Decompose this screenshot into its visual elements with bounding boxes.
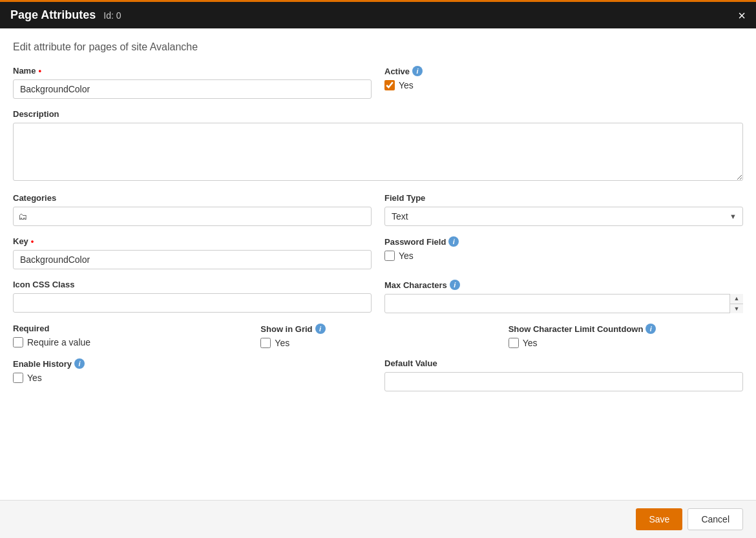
row-categories-fieldtype: Categories 🗂 Field Type Text HTML Image …: [13, 193, 743, 226]
col-description: Description: [13, 109, 743, 183]
col-name: Name •: [13, 66, 372, 99]
history-yes-label: Yes: [27, 373, 42, 383]
password-checkbox-row: Yes: [384, 251, 743, 261]
active-checkbox-row: Yes: [384, 80, 743, 90]
spinner-up-button[interactable]: ▲: [730, 294, 743, 304]
field-type-label: Field Type: [384, 193, 743, 203]
key-input[interactable]: [13, 250, 372, 269]
modal-header-title-area: Page Attributes Id: 0: [10, 8, 121, 22]
countdown-yes-label: Yes: [523, 338, 538, 348]
show-countdown-label: Show Character Limit Countdown i: [509, 324, 743, 334]
field-type-wrapper: Text HTML Image File Boolean: [384, 207, 743, 226]
row-icon-maxchars: Icon CSS Class Max Characters i ▲ ▼: [13, 280, 743, 313]
name-input[interactable]: [13, 79, 372, 99]
col-key: Key •: [13, 236, 372, 269]
default-value-label: Default Value: [384, 358, 743, 368]
key-required-star: •: [31, 236, 34, 246]
password-yes-label: Yes: [399, 251, 414, 261]
password-checkbox[interactable]: [384, 251, 395, 261]
max-chars-wrapper: ▲ ▼: [384, 294, 743, 313]
col-required: Required Require a value: [13, 324, 260, 348]
password-field-label: Password Field i: [384, 236, 743, 247]
history-info-icon: i: [74, 358, 85, 369]
col-field-type: Field Type Text HTML Image File Boolean: [384, 193, 743, 226]
require-value-label: Require a value: [27, 337, 90, 347]
row-key-password: Key • Password Field i Yes: [13, 236, 743, 269]
modal-footer: Save Cancel: [0, 500, 756, 538]
modal-close-button[interactable]: ×: [738, 9, 746, 22]
cancel-button[interactable]: Cancel: [688, 508, 743, 530]
col-enable-history: Enable History i Yes: [13, 358, 372, 391]
enable-history-label: Enable History i: [13, 358, 372, 369]
field-type-select[interactable]: Text HTML Image File Boolean: [384, 207, 743, 226]
grid-info-icon: i: [315, 324, 326, 334]
spinner-down-button[interactable]: ▼: [730, 304, 743, 314]
col-show-in-grid: Show in Grid i Yes: [260, 324, 508, 348]
col-default-value: Default Value: [384, 358, 743, 391]
modal-title: Page Attributes: [10, 8, 96, 21]
icon-css-label: Icon CSS Class: [13, 280, 372, 289]
max-chars-input[interactable]: [384, 294, 743, 313]
categories-select[interactable]: [13, 207, 372, 226]
history-checkbox[interactable]: [13, 373, 23, 383]
page-subtitle: Edit attribute for pages of site Avalanc…: [13, 41, 743, 53]
max-characters-label: Max Characters i: [384, 280, 743, 290]
active-yes-label: Yes: [399, 80, 414, 90]
modal-container: Page Attributes Id: 0 × Edit attribute f…: [0, 0, 756, 538]
name-required-star: •: [38, 66, 41, 76]
row-description: Description: [13, 109, 743, 183]
row-name-active: Name • Active i Yes: [13, 66, 743, 99]
countdown-info-icon: i: [646, 324, 656, 334]
col-active: Active i Yes: [384, 66, 743, 99]
required-label: Required: [13, 324, 247, 333]
folder-icon: 🗂: [18, 211, 27, 222]
default-value-input[interactable]: [384, 372, 743, 391]
icon-css-input[interactable]: [13, 293, 372, 313]
description-label: Description: [13, 109, 743, 119]
show-grid-yes-label: Yes: [275, 338, 289, 348]
countdown-checkbox[interactable]: [509, 338, 519, 348]
required-checkbox[interactable]: [13, 337, 23, 347]
col-show-countdown: Show Character Limit Countdown i Yes: [509, 324, 743, 348]
countdown-checkbox-row: Yes: [509, 338, 743, 348]
categories-wrapper: 🗂: [13, 207, 372, 226]
active-label: Active i: [384, 66, 743, 76]
save-button[interactable]: Save: [636, 508, 682, 530]
active-info-icon: i: [412, 66, 423, 76]
description-textarea[interactable]: [13, 123, 743, 181]
required-checkbox-row: Require a value: [13, 337, 247, 347]
show-grid-checkbox[interactable]: [260, 338, 271, 348]
show-grid-checkbox-row: Yes: [260, 338, 495, 348]
name-label: Name •: [13, 66, 372, 76]
row-required-grid-countdown: Required Require a value Show in Grid i …: [13, 324, 743, 348]
modal-header: Page Attributes Id: 0 ×: [0, 0, 756, 28]
col-icon-css: Icon CSS Class: [13, 280, 372, 313]
number-spinners: ▲ ▼: [730, 294, 743, 313]
max-chars-info-icon: i: [450, 280, 460, 290]
row-history-default: Enable History i Yes Default Value: [13, 358, 743, 391]
modal-body: Edit attribute for pages of site Avalanc…: [0, 28, 756, 500]
history-checkbox-row: Yes: [13, 373, 372, 383]
key-label: Key •: [13, 236, 372, 246]
password-info-icon: i: [448, 236, 459, 247]
modal-id: Id: 0: [103, 10, 121, 21]
show-in-grid-label: Show in Grid i: [260, 324, 495, 334]
col-password: Password Field i Yes: [384, 236, 743, 269]
col-categories: Categories 🗂: [13, 193, 372, 226]
col-max-chars: Max Characters i ▲ ▼: [384, 280, 743, 313]
active-checkbox[interactable]: [384, 80, 395, 90]
categories-label: Categories: [13, 193, 372, 203]
